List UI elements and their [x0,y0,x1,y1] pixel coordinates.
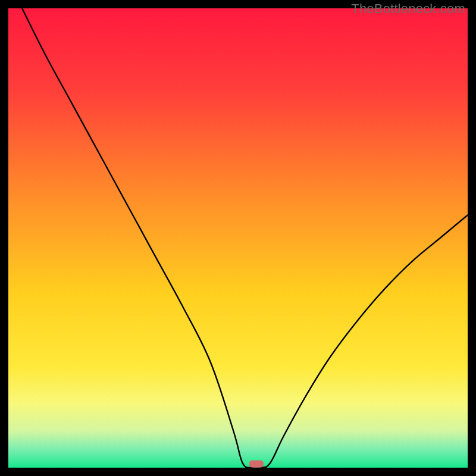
watermark-text: TheBottleneck.com [351,1,465,17]
bottleneck-chart [8,8,468,468]
chart-frame [8,8,468,468]
gradient-background [8,8,468,468]
bottleneck-marker [249,461,264,468]
